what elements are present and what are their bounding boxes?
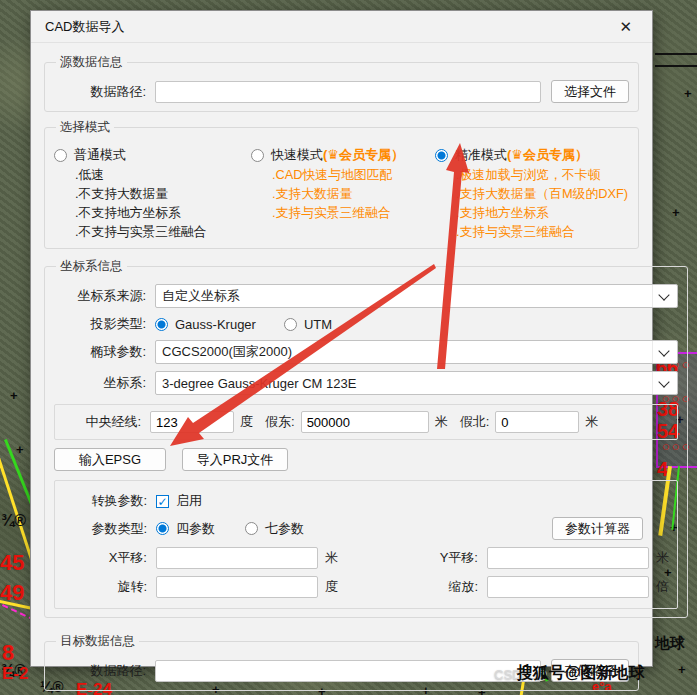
projection-utm-label: UTM [304, 317, 332, 332]
y-shift-unit: 米 [656, 549, 669, 567]
central-meridian-panel: 中央经线: 度 假东: 米 假北: 米 [54, 404, 678, 440]
rotate-unit: 度 [325, 578, 338, 596]
mode-feature: .支持地方坐标系 [456, 204, 629, 221]
mode-feature: .支持与实景三维融合 [456, 223, 629, 240]
enable-checkbox[interactable]: ✓ 启用 [156, 492, 202, 510]
mode-feature: .支持大数据量（百M级的DXF) [456, 185, 629, 202]
radio-selected-icon [155, 318, 168, 331]
rotate-scale-row: 旋转: 度 缩放: 倍 [63, 576, 669, 598]
mode-normal-label: 普通模式 [74, 146, 126, 164]
x-shift-label: X平移: [63, 549, 147, 567]
scale-input[interactable] [487, 576, 649, 598]
coordinate-legend: 坐标系信息 [56, 258, 127, 275]
target-path-label: 数据路径: [54, 662, 146, 680]
x-shift-input[interactable] [156, 547, 318, 569]
map-label: 45 [0, 550, 24, 576]
dialog-titlebar[interactable]: CAD数据导入 ✕ [31, 11, 652, 43]
mode-feature: .不支持大数据量 [75, 185, 251, 202]
mode-precise-label: 精准模式 [455, 146, 507, 164]
false-easting-input[interactable] [301, 411, 429, 433]
crs-label: 坐标系: [54, 374, 146, 392]
mode-feature: .CAD快速与地图匹配 [272, 166, 435, 183]
map-cross-mark: + [672, 205, 680, 220]
map-cross-mark: + [10, 388, 18, 403]
y-shift-label: Y平移: [386, 549, 478, 567]
radio-selected-icon [156, 522, 169, 535]
mode-feature: .低速 [75, 166, 251, 183]
mode-feature: .支持大数据量 [272, 185, 435, 202]
map-label: E-2 [2, 664, 28, 684]
radio-icon [251, 149, 264, 162]
false-northing-input[interactable] [495, 411, 579, 433]
choose-file-button[interactable]: 选择文件 [551, 80, 629, 103]
crs-source-row: 坐标系来源: 自定义坐标系 [54, 284, 678, 308]
close-icon[interactable]: ✕ [613, 16, 638, 38]
map-cross-mark: + [16, 442, 24, 457]
central-meridian-input[interactable] [150, 411, 234, 433]
input-epsg-button[interactable]: 输入EPSG [54, 448, 166, 471]
mode-fast-label: 快速模式 [271, 146, 323, 164]
transform-params-panel: 转换参数: ✓ 启用 参数类型: 四参数 七参数 参数计算器 [54, 480, 678, 609]
import-prj-button[interactable]: 导入PRJ文件 [182, 448, 288, 471]
mode-normal-column: 普通模式 .低速 .不支持大数据量 .不支持地方坐标系 .不支持与实景三维融合 [54, 146, 251, 240]
param-type-label: 参数类型: [63, 520, 147, 538]
projection-utm-radio[interactable]: UTM [284, 317, 332, 332]
mode-fast-column: 快速模式(♛会员专属） .CAD快速与地图匹配 .支持大数据量 .支持与实景三维… [251, 146, 435, 240]
chevron-down-icon [652, 341, 677, 363]
mode-precise-radio[interactable]: 精准模式(♛会员专属） [435, 146, 629, 164]
mode-columns: 普通模式 .低速 .不支持大数据量 .不支持地方坐标系 .不支持与实景三维融合 … [54, 146, 629, 240]
projection-gauss-kruger-label: Gauss-Kruger [175, 317, 256, 332]
radio-icon [284, 318, 297, 331]
target-path-input[interactable] [155, 660, 541, 682]
crs-select[interactable]: 3-degree Gauss-Kruger CM 123E [155, 371, 678, 395]
mode-select-legend: 选择模式 [56, 119, 114, 136]
chevron-down-icon [652, 372, 677, 394]
crs-value: 3-degree Gauss-Kruger CM 123E [156, 376, 652, 391]
mode-feature: .不支持与实景三维融合 [75, 223, 251, 240]
scale-unit: 倍 [656, 578, 669, 596]
radio-selected-icon [435, 149, 448, 162]
mode-normal-radio[interactable]: 普通模式 [54, 146, 251, 164]
epsg-prj-row: 输入EPSG 导入PRJ文件 [54, 448, 678, 471]
chevron-down-icon [652, 285, 677, 307]
source-path-input[interactable] [155, 81, 541, 103]
mode-fast-radio[interactable]: 快速模式(♛会员专属） [251, 146, 435, 164]
transform-enable-row: 转换参数: ✓ 启用 [63, 492, 669, 510]
seven-param-radio[interactable]: 七参数 [245, 520, 304, 538]
seven-param-label: 七参数 [265, 520, 304, 538]
crs-source-label: 坐标系来源: [54, 287, 146, 305]
param-calculator-button[interactable]: 参数计算器 [552, 517, 643, 540]
false-easting-unit: 米 [435, 413, 448, 431]
source-path-label: 数据路径: [54, 83, 146, 101]
member-badge: (♛会员专属） [507, 146, 588, 164]
projection-gauss-kruger-radio[interactable]: Gauss-Kruger [155, 317, 256, 332]
map-cross-mark: + [678, 662, 686, 677]
dialog-title: CAD数据导入 [45, 18, 613, 36]
y-shift-input[interactable] [487, 547, 649, 569]
mode-precise-column: 精准模式(♛会员专属） .极速加载与浏览，不卡顿 .支持大数据量（百M级的DXF… [435, 146, 629, 240]
mode-feature: .支持与实景三维融合 [272, 204, 435, 221]
map-label: ¾® [1, 512, 26, 530]
four-param-radio[interactable]: 四参数 [156, 520, 215, 538]
coordinate-group: 坐标系信息 坐标系来源: 自定义坐标系 投影类型: Gauss-Kruger U… [44, 258, 688, 618]
ellipsoid-value: CGCS2000(国家2000) [156, 343, 652, 361]
scale-label: 缩放: [386, 578, 478, 596]
crs-source-select[interactable]: 自定义坐标系 [155, 284, 678, 308]
map-label: 49 [0, 580, 24, 606]
false-easting-label: 假东: [265, 413, 295, 431]
false-northing-unit: 米 [585, 413, 598, 431]
projection-type-row: 投影类型: Gauss-Kruger UTM [54, 315, 678, 333]
x-shift-unit: 米 [325, 549, 338, 567]
radio-icon [54, 149, 67, 162]
map-road-lines [655, 53, 697, 67]
source-data-group: 源数据信息 数据路径: 选择文件 [44, 54, 639, 112]
central-meridian-unit: 度 [240, 413, 253, 431]
watermark-right-partial: 地球 [655, 634, 685, 653]
member-badge: (♛会员专属） [323, 146, 404, 164]
ellipsoid-row: 椭球参数: CGCS2000(国家2000) [54, 340, 678, 364]
source-data-legend: 源数据信息 [56, 54, 127, 71]
rotate-input[interactable] [156, 576, 318, 598]
mode-feature: .极速加载与浏览，不卡顿 [456, 166, 629, 183]
ellipsoid-select[interactable]: CGCS2000(国家2000) [155, 340, 678, 364]
projection-type-label: 投影类型: [54, 315, 146, 333]
